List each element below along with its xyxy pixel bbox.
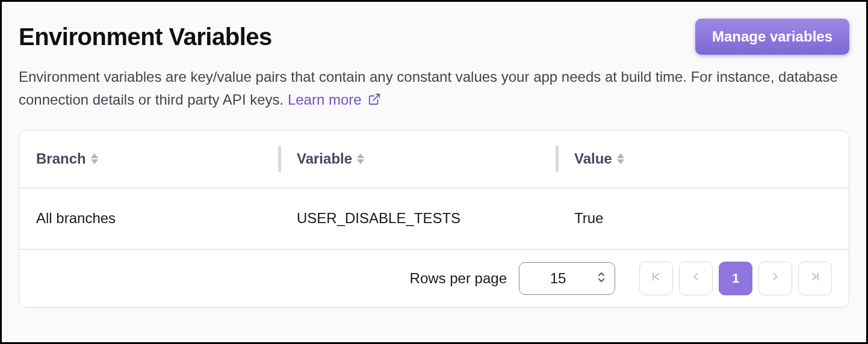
- chevron-left-icon: [690, 271, 702, 286]
- column-header-value-label: Value: [574, 150, 612, 167]
- last-page-icon: [809, 271, 821, 286]
- cell-value: True: [557, 210, 849, 227]
- panel-header: Environment Variables Manage variables: [19, 19, 849, 55]
- env-vars-panel: Environment Variables Manage variables E…: [0, 0, 868, 344]
- svg-marker-3: [357, 153, 364, 158]
- column-header-variable-label: Variable: [297, 150, 352, 167]
- table-header-row: Branch Variable Value: [19, 131, 849, 188]
- page-number-button[interactable]: 1: [719, 262, 752, 295]
- rows-per-page-label: Rows per page: [410, 270, 507, 287]
- svg-line-0: [373, 94, 379, 100]
- external-link-icon: [368, 90, 381, 112]
- table-row: All branches USER_DISABLE_TESTS True: [19, 188, 849, 250]
- column-header-branch[interactable]: Branch: [19, 150, 279, 167]
- description-text: Environment variables are key/value pair…: [19, 69, 838, 108]
- rows-per-page-select[interactable]: 15: [519, 262, 615, 295]
- svg-marker-1: [91, 153, 98, 158]
- cell-variable: USER_DISABLE_TESTS: [280, 210, 557, 227]
- page-title: Environment Variables: [19, 23, 272, 51]
- env-vars-table-card: Branch Variable Value: [19, 130, 849, 308]
- panel-description: Environment variables are key/value pair…: [19, 66, 849, 113]
- manage-variables-button[interactable]: Manage variables: [695, 19, 849, 55]
- chevron-right-icon: [769, 271, 781, 286]
- column-header-branch-label: Branch: [36, 150, 86, 167]
- svg-marker-6: [617, 159, 624, 164]
- rows-per-page-select-wrap: 15: [519, 262, 615, 295]
- table-footer: Rows per page 15: [19, 250, 849, 307]
- svg-marker-5: [617, 153, 624, 158]
- column-header-variable[interactable]: Variable: [280, 150, 557, 167]
- next-page-button[interactable]: [758, 262, 792, 295]
- first-page-icon: [650, 271, 662, 286]
- pagination: 1: [639, 262, 832, 295]
- svg-marker-4: [357, 159, 364, 164]
- sort-icon: [357, 153, 364, 164]
- learn-more-text: Learn more: [288, 91, 362, 108]
- column-header-value[interactable]: Value: [557, 150, 849, 167]
- cell-branch: All branches: [19, 210, 279, 227]
- sort-icon: [617, 153, 624, 164]
- first-page-button[interactable]: [639, 262, 673, 295]
- sort-icon: [91, 153, 98, 164]
- learn-more-link[interactable]: Learn more: [288, 91, 381, 108]
- svg-marker-2: [91, 159, 98, 164]
- last-page-button[interactable]: [798, 262, 832, 295]
- prev-page-button[interactable]: [679, 262, 713, 295]
